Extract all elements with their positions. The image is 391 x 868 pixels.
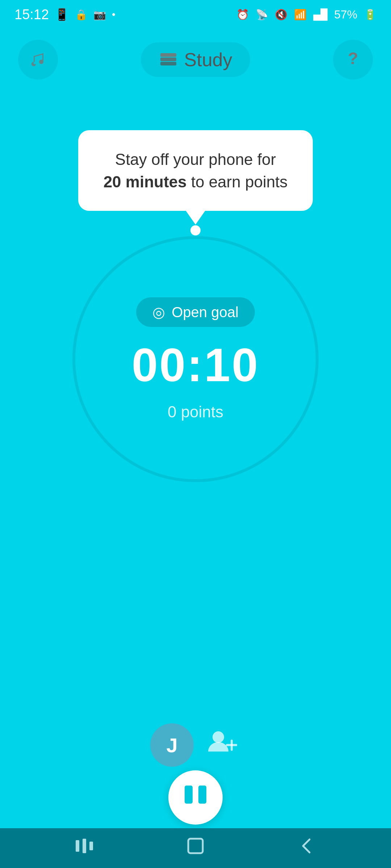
recents-icon <box>74 836 94 860</box>
back-nav-button[interactable] <box>293 832 320 864</box>
home-nav-button[interactable] <box>182 832 209 864</box>
avatar-initial: J <box>166 733 177 757</box>
open-goal-button[interactable]: ◎ Open goal <box>136 297 255 327</box>
dot-icon: • <box>112 9 115 20</box>
add-person-icon <box>208 730 237 761</box>
svg-rect-8 <box>198 786 206 804</box>
participants-row: J <box>150 723 241 767</box>
timer-area: ◎ Open goal 00:10 0 points <box>69 233 322 486</box>
svg-rect-10 <box>83 839 86 853</box>
stack-icon <box>159 51 178 68</box>
pause-icon <box>181 780 210 815</box>
device-icon: 📱 <box>55 8 69 21</box>
status-bar: 15:12 📱 🔒 📷 • ⏰ 📡 🔇 📶 ▄█ 57% 🔋 <box>0 0 391 29</box>
svg-rect-11 <box>89 842 93 850</box>
add-participant-button[interactable] <box>205 727 241 763</box>
main-content: Stay off your phone for 20 minutes to ea… <box>0 109 391 507</box>
speech-bubble-text: Stay off your phone for 20 minutes to ea… <box>104 148 288 193</box>
study-title-button[interactable]: Study <box>141 42 251 77</box>
timer-inner: ◎ Open goal 00:10 0 points <box>132 297 260 421</box>
bottom-nav <box>0 828 391 868</box>
speech-bold: 20 minutes <box>104 173 187 191</box>
participant-avatar[interactable]: J <box>150 723 194 767</box>
image-icon: 📷 <box>93 9 106 21</box>
svg-point-4 <box>213 731 224 743</box>
signal-icon: ▄█ <box>313 9 328 20</box>
svg-rect-7 <box>185 786 193 804</box>
svg-rect-2 <box>160 53 176 57</box>
open-goal-label: Open goal <box>172 304 239 320</box>
status-left: 15:12 📱 🔒 📷 • <box>14 7 115 22</box>
timer-display: 00:10 <box>132 338 260 392</box>
bubble-tail <box>190 225 201 235</box>
svg-text:?: ? <box>348 50 358 68</box>
speech-rest: to earn points <box>187 173 288 191</box>
header-title: Study <box>184 49 232 71</box>
status-time: 15:12 <box>14 7 49 22</box>
timer-points: 0 points <box>168 403 223 421</box>
speech-bubble: Stay off your phone for 20 minutes to ea… <box>78 130 313 211</box>
recents-nav-button[interactable] <box>71 832 98 864</box>
speech-line1: Stay off your phone for <box>115 150 276 168</box>
home-icon <box>185 836 206 860</box>
pause-button[interactable] <box>168 770 223 825</box>
svg-rect-0 <box>160 62 176 65</box>
svg-rect-9 <box>76 840 79 852</box>
goal-icon: ◎ <box>152 304 165 320</box>
back-icon <box>297 836 317 860</box>
svg-rect-1 <box>160 58 176 61</box>
bluetooth-icon: 📡 <box>256 9 268 21</box>
svg-rect-12 <box>188 839 203 853</box>
alarm-icon: ⏰ <box>236 9 249 21</box>
help-icon: ? <box>344 50 362 69</box>
music-button[interactable] <box>18 40 58 80</box>
mute-icon: 🔇 <box>275 9 287 21</box>
help-button[interactable]: ? <box>333 40 373 80</box>
battery-text: 57% <box>334 8 357 21</box>
lock-icon: 🔒 <box>75 9 88 21</box>
wifi-icon: 📶 <box>294 9 307 21</box>
header: Study ? <box>0 33 391 87</box>
battery-icon: 🔋 <box>364 9 377 21</box>
music-icon <box>29 50 47 69</box>
status-icons-right: ⏰ 📡 🔇 📶 ▄█ 57% 🔋 <box>236 8 377 21</box>
bottom-area: J <box>0 723 391 767</box>
